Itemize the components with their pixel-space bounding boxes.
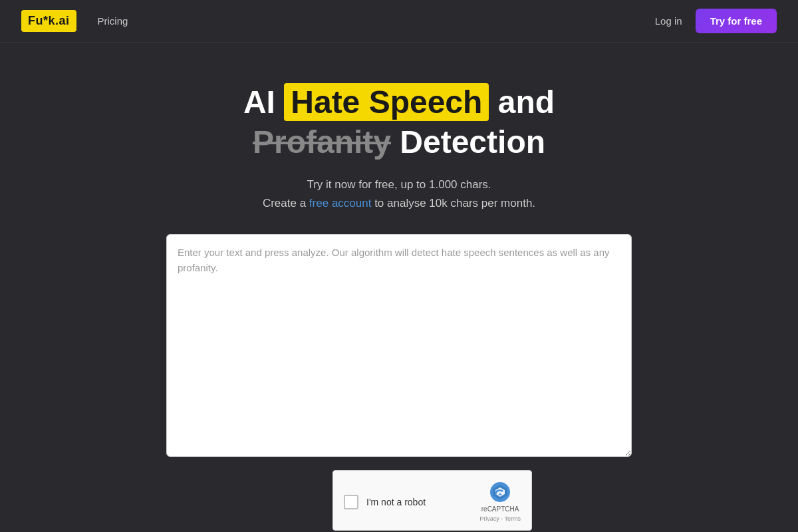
content-area: I'm not a robot reCAPTCHA Privacy - Term…	[166, 234, 632, 532]
recaptcha-label: I'm not a robot	[366, 497, 426, 507]
hero-subtitle1: Try it now for free, up to 1.000 chars.	[307, 178, 491, 192]
recaptcha-widget[interactable]: I'm not a robot reCAPTCHA Privacy - Term…	[332, 470, 532, 531]
hero-line1-prefix: AI	[243, 84, 284, 120]
hero-line1-suffix: and	[489, 84, 555, 120]
hero-title: AI Hate Speech and Profanity Detection	[243, 82, 555, 162]
hero-line1: AI Hate Speech and	[243, 82, 555, 122]
nav-right: Log in Try for free	[655, 9, 777, 33]
recaptcha-subtext: Privacy - Terms	[479, 515, 521, 522]
text-input[interactable]	[166, 234, 632, 457]
hero-line2: Profanity Detection	[243, 122, 555, 162]
recaptcha-checkbox[interactable]	[344, 495, 358, 509]
login-link[interactable]: Log in	[655, 15, 682, 27]
logo-suffix: .ai	[55, 14, 70, 27]
hero-subtitle2: Create a free account to analyse 10k cha…	[263, 197, 535, 210]
try-free-button[interactable]: Try for free	[696, 9, 777, 33]
navbar: Fu*k.ai Pricing Log in Try for free	[0, 0, 798, 43]
hate-speech-highlight: Hate Speech	[284, 83, 489, 121]
logo-text: Fu*k	[28, 14, 55, 27]
textarea-wrapper	[166, 234, 632, 460]
recaptcha-left: I'm not a robot	[344, 495, 426, 509]
recaptcha-right: reCAPTCHA Privacy - Terms	[479, 481, 521, 522]
free-account-link[interactable]: free account	[309, 197, 372, 209]
pricing-link[interactable]: Pricing	[98, 15, 128, 27]
hero-line2-suffix: Detection	[391, 124, 545, 160]
subtitle2-suffix: to analyse 10k chars per month.	[371, 197, 535, 209]
main-content: AI Hate Speech and Profanity Detection T…	[0, 43, 798, 532]
recaptcha-logo-icon	[489, 481, 511, 503]
logo[interactable]: Fu*k.ai	[21, 10, 76, 32]
recaptcha-brand: reCAPTCHA	[481, 505, 519, 513]
nav-left: Fu*k.ai Pricing	[21, 10, 128, 32]
profanity-strikethrough: Profanity	[253, 124, 391, 160]
subtitle2-prefix: Create a	[263, 197, 309, 209]
